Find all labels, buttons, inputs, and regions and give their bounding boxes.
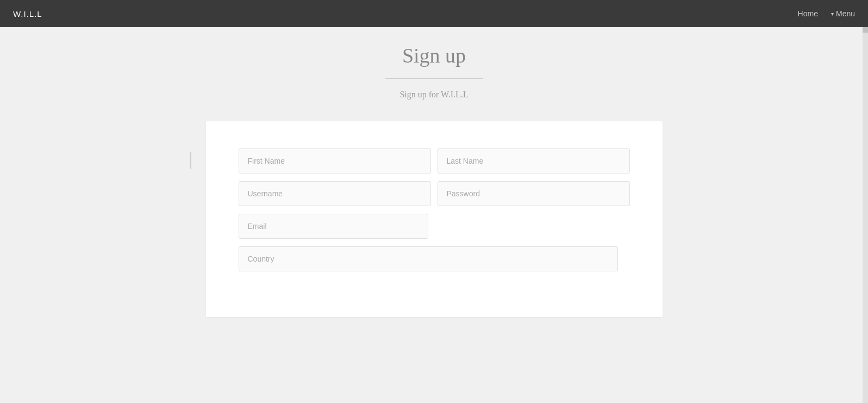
credentials-row: [239, 181, 630, 206]
email-input[interactable]: [239, 214, 428, 239]
username-wrapper: [239, 181, 431, 206]
navbar-right: Home ▾ Menu: [798, 9, 855, 18]
form-card-wrapper: Country United States United Kingdom Can…: [0, 110, 868, 317]
password-wrapper: [438, 181, 630, 206]
country-select[interactable]: Country United States United Kingdom Can…: [239, 246, 618, 271]
last-name-wrapper: [438, 148, 630, 173]
menu-label: Menu: [836, 9, 855, 18]
header-section: Sign up Sign up for W.I.L.L: [0, 27, 868, 110]
page-subtitle: Sign up for W.I.L.L: [0, 90, 868, 100]
menu-chevron-icon: ▾: [831, 11, 834, 17]
username-input[interactable]: [239, 181, 431, 206]
divider: [385, 78, 483, 79]
password-input[interactable]: [438, 181, 630, 206]
name-row: [239, 148, 630, 173]
decorative-line: [190, 152, 191, 169]
page-title: Sign up: [0, 44, 868, 67]
home-link[interactable]: Home: [798, 9, 818, 18]
navbar: W.I.L.L Home ▾ Menu: [0, 0, 868, 27]
first-name-wrapper: [239, 148, 431, 173]
page-content: Sign up Sign up for W.I.L.L: [0, 0, 868, 403]
email-row: [239, 214, 630, 239]
form-card: Country United States United Kingdom Can…: [206, 121, 663, 317]
scrollbar[interactable]: [863, 0, 868, 403]
menu-button[interactable]: ▾ Menu: [831, 9, 855, 18]
app-logo: W.I.L.L: [13, 9, 42, 18]
last-name-input[interactable]: [438, 148, 630, 173]
first-name-input[interactable]: [239, 148, 431, 173]
country-row: Country United States United Kingdom Can…: [239, 246, 630, 271]
